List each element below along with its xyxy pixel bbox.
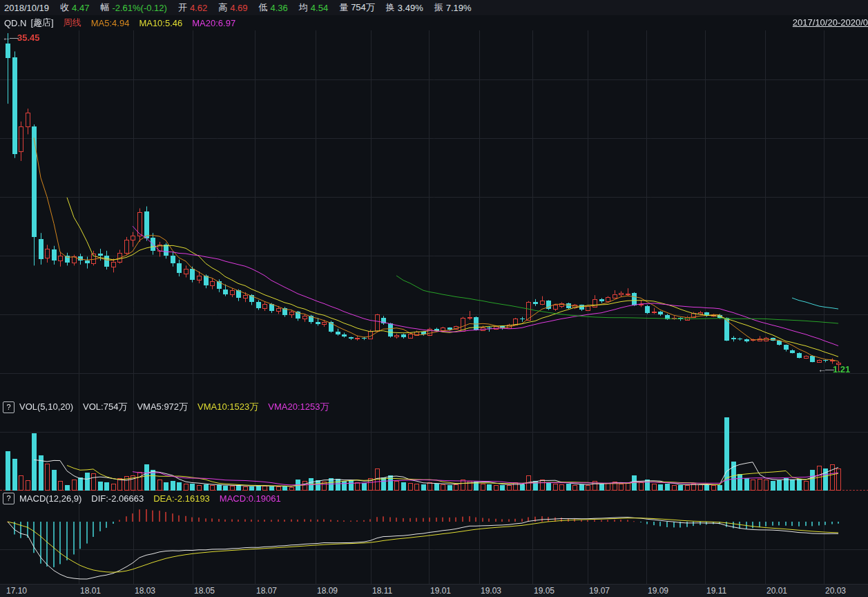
ma-label: MA5:4.94: [91, 18, 130, 28]
volume-legend: VOL(5,10,20)VOL:754万VMA5:972万VMA10:1523万…: [19, 401, 338, 413]
volume-legend-item: VOL(5,10,20): [19, 401, 73, 412]
volume-legend-item: VMA5:972万: [137, 401, 188, 412]
info-field-value: 4.54: [311, 3, 328, 13]
x-axis-label: 19.09: [648, 586, 668, 596]
volume-legend-item: VOL:754万: [83, 401, 127, 412]
info-field-label: 高: [218, 1, 227, 14]
x-axis-label: 20.03: [825, 586, 846, 596]
volume-pane-header: ? VOL(5,10,20)VOL:754万VMA5:972万VMA10:152…: [0, 400, 338, 414]
x-axis-label: 18.05: [194, 586, 215, 596]
info-field-value: 4.36: [271, 3, 288, 13]
x-axis: 17.1018.0118.0318.0518.0718.0918.1119.01…: [0, 584, 868, 597]
x-axis-label: 18.11: [372, 586, 392, 596]
info-field-label: 幅: [100, 1, 109, 14]
macd-legend-item: MACD(12,26,9): [19, 493, 81, 504]
info-field-value: 2018/10/19: [4, 3, 49, 13]
x-axis-label: 19.01: [430, 586, 451, 596]
period-selector[interactable]: 周线: [64, 17, 81, 29]
x-axis-label: 17.10: [6, 586, 27, 596]
info-field-label: 振: [434, 1, 443, 14]
info-field-label: 低: [259, 1, 268, 14]
quote-info-bar: 2018/10/19收4.47幅-2.61%(-0.12)开4.62高4.69低…: [0, 0, 868, 15]
x-axis-label: 18.01: [80, 586, 101, 596]
volume-legend-item: VMA10:1523万: [197, 401, 258, 412]
ma-label: MA10:5.46: [139, 18, 182, 28]
x-axis-label: 18.03: [135, 586, 155, 596]
date-range-link[interactable]: 2017/10/20-2020/0: [793, 17, 868, 28]
info-field-label: 换: [386, 1, 395, 14]
symbol-name: [趣店]: [31, 17, 54, 29]
macd-help-icon[interactable]: ?: [3, 493, 15, 504]
left-arrow-icon: ←—: [2, 32, 17, 43]
info-field-value: 4.69: [230, 3, 247, 13]
macd-legend-item: DIF:-2.06663: [91, 493, 144, 504]
left-arrow-icon: ←—: [818, 364, 833, 375]
info-field-value: 4.47: [72, 3, 89, 13]
info-field-label: 收: [60, 1, 69, 14]
macd-legend-item: MACD:0.19061: [220, 493, 281, 504]
x-axis-label: 18.09: [317, 586, 338, 596]
volume-legend-item: VMA20:1253万: [268, 401, 329, 412]
macd-pane-header: ? MACD(12,26,9)DIF:-2.06663DEA:-2.16193M…: [0, 491, 291, 505]
x-axis-label: 18.07: [256, 586, 277, 596]
ma-label: MA20:6.97: [192, 18, 235, 28]
symbol-bar: QD.N [趣店] 周线 MA5:4.94MA10:5.46MA20:6.97: [0, 15, 868, 30]
macd-legend: MACD(12,26,9)DIF:-2.06663DEA:-2.16193MAC…: [19, 493, 291, 504]
x-axis-label: 20.01: [766, 586, 787, 596]
symbol-ticker: QD.N: [4, 18, 27, 28]
info-field-value: 7.19%: [446, 3, 472, 13]
info-field-label: 均: [299, 1, 308, 14]
macd-legend-item: DEA:-2.16193: [153, 493, 210, 504]
ma-legend: MA5:4.94MA10:5.46MA20:6.97: [91, 18, 245, 28]
low-price-annotation: ←—1.21: [818, 364, 850, 375]
info-field-label: 开: [178, 1, 187, 14]
stock-chart-app: 2018/10/19收4.47幅-2.61%(-0.12)开4.62高4.69低…: [0, 0, 868, 597]
x-axis-label: 19.11: [706, 586, 726, 596]
x-axis-label: 19.07: [589, 586, 610, 596]
kline-chart-canvas[interactable]: [0, 0, 868, 597]
info-field-value: 754万: [351, 1, 375, 14]
info-field-value: 3.49%: [398, 3, 423, 13]
x-axis-label: 19.03: [481, 586, 501, 596]
info-field-label: 量: [339, 1, 348, 14]
info-field-value: -2.61%(-0.12): [112, 3, 166, 13]
high-price-annotation: ←—35.45: [2, 32, 40, 43]
info-field-value: 4.62: [190, 3, 207, 13]
volume-help-icon[interactable]: ?: [3, 401, 15, 413]
x-axis-label: 19.05: [534, 586, 554, 596]
